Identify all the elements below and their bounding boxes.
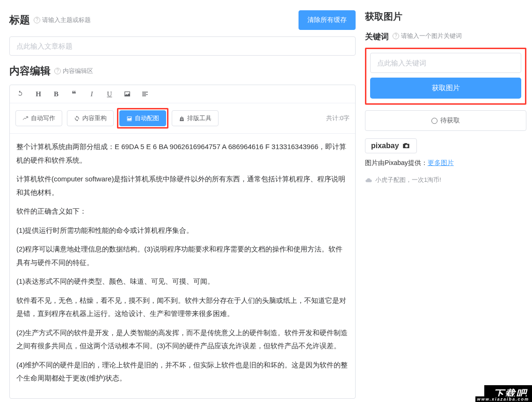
- keyword-input[interactable]: [370, 53, 521, 73]
- cloud-icon: [365, 177, 372, 183]
- editor-content[interactable]: 整个计算机系统由两部分组成：E 69DA 5 E 6 BA 9062616964…: [10, 134, 355, 398]
- undo-icon[interactable]: [15, 89, 26, 99]
- pixabay-badge: pixabay: [365, 138, 417, 153]
- keyword-hint: 请输入一个图片关键词: [393, 32, 462, 40]
- layout-tool-button[interactable]: 排版工具: [172, 110, 219, 126]
- article-title-input[interactable]: [9, 36, 356, 56]
- help-icon: [54, 68, 61, 74]
- bold-icon[interactable]: B: [51, 89, 61, 99]
- clear-cache-button[interactable]: 清除所有缓存: [299, 10, 356, 30]
- camera-icon: [401, 143, 411, 149]
- auto-write-button[interactable]: 自动写作: [15, 110, 62, 126]
- image-icon[interactable]: [122, 89, 132, 99]
- auto-image-highlight: 自动配图: [117, 108, 168, 129]
- title-section-header: 标题 请输入主题或标题 清除所有缓存: [9, 10, 356, 30]
- keyword-label: 关键词: [365, 31, 389, 42]
- title-hint: 请输入主题或标题: [34, 16, 91, 24]
- restructure-button[interactable]: 内容重构: [67, 110, 114, 126]
- auto-image-button[interactable]: 自动配图: [119, 110, 166, 126]
- credit-line: 图片由Pixabay提供：更多图片: [365, 159, 526, 167]
- keyword-highlight-box: 获取图片: [365, 48, 526, 105]
- quote-icon[interactable]: ❝: [69, 89, 79, 99]
- pending-button[interactable]: 待获取: [365, 110, 526, 131]
- circle-icon: [431, 118, 437, 124]
- italic-icon[interactable]: I: [87, 89, 97, 99]
- help-icon: [34, 17, 40, 23]
- action-toolbar: 自动写作 内容重构 自动配图 排版工具 共计:0字: [10, 103, 355, 134]
- editor-toolbar: H B ❝ I U: [10, 85, 355, 103]
- underline-icon[interactable]: U: [104, 89, 115, 99]
- content-edit-label: 内容编辑: [9, 64, 51, 78]
- watermark: 下载吧 www.xiazaiba.com: [484, 385, 532, 402]
- more-images-link[interactable]: 更多图片: [428, 159, 454, 166]
- title-label: 标题: [9, 13, 30, 27]
- editor-container: H B ❝ I U 自动写作 内容重构: [9, 85, 356, 399]
- sidebar-title: 获取图片: [365, 10, 526, 23]
- word-count: 共计:0字: [326, 114, 350, 122]
- heading-icon[interactable]: H: [33, 89, 44, 99]
- fetch-image-button[interactable]: 获取图片: [370, 78, 521, 99]
- align-icon[interactable]: [140, 89, 150, 99]
- content-edit-hint: 内容编辑区: [54, 67, 93, 75]
- footer-hint: 小虎子配图，一次1淘币!: [365, 176, 526, 184]
- help-icon: [393, 33, 399, 39]
